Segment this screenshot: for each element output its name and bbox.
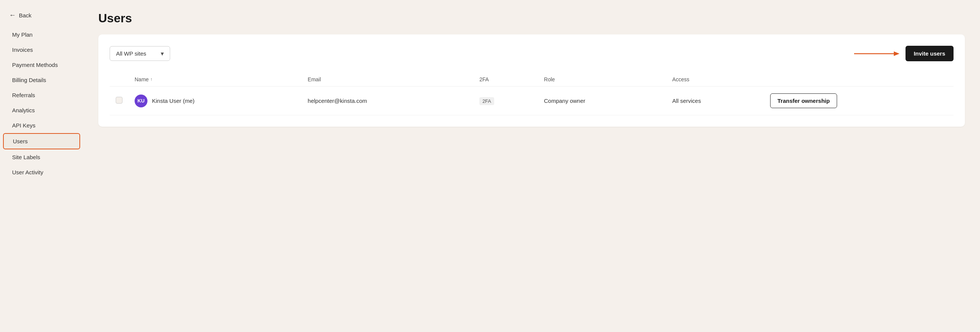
user-name: Kinsta User (me) (152, 98, 195, 104)
row-2fa-cell: 2FA (473, 87, 538, 115)
sidebar-item-my-plan[interactable]: My Plan (3, 27, 80, 42)
row-checkbox-cell (110, 87, 129, 115)
site-filter-select[interactable]: All WP sites (110, 46, 170, 61)
sidebar-item-api-keys[interactable]: API Keys (3, 118, 80, 133)
row-name-cell: KU Kinsta User (me) (129, 87, 302, 115)
svg-marker-1 (894, 51, 899, 56)
invite-users-button[interactable]: Invite users (905, 46, 953, 61)
sidebar-item-billing-details[interactable]: Billing Details (3, 73, 80, 87)
row-email-cell: helpcenter@kinsta.com (302, 87, 473, 115)
th-access: Access (666, 73, 764, 87)
user-access: All services (672, 98, 701, 104)
back-arrow-icon: ← (9, 11, 16, 19)
row-checkbox[interactable] (116, 97, 123, 103)
sidebar: ← Back My PlanInvoicesPayment MethodsBil… (0, 0, 83, 332)
th-checkbox (110, 73, 129, 87)
user-email: helpcenter@kinsta.com (308, 98, 367, 104)
site-filter-wrapper: All WP sites ▼ (110, 46, 170, 61)
th-2fa: 2FA (473, 73, 538, 87)
th-email: Email (302, 73, 473, 87)
sidebar-item-referrals[interactable]: Referrals (3, 88, 80, 102)
table-header-row: Name ↑ Email 2FA Role Access (110, 73, 953, 87)
arrow-indicator (854, 49, 899, 58)
page-title: Users (98, 11, 965, 25)
th-name: Name ↑ (129, 73, 302, 87)
row-action-cell: Transfer ownership (764, 87, 953, 115)
transfer-ownership-button[interactable]: Transfer ownership (770, 94, 837, 108)
row-role-cell: Company owner (538, 87, 666, 115)
sidebar-item-payment-methods[interactable]: Payment Methods (3, 57, 80, 72)
user-role: Company owner (544, 98, 585, 104)
sidebar-item-user-activity[interactable]: User Activity (3, 165, 80, 180)
avatar-initials: KU (138, 98, 145, 103)
toolbar: All WP sites ▼ Invite users (110, 46, 953, 61)
2fa-badge: 2FA (479, 97, 494, 105)
back-label: Back (19, 12, 31, 19)
sort-asc-icon: ↑ (150, 77, 153, 82)
sidebar-item-users[interactable]: Users (3, 133, 80, 149)
sidebar-item-invoices[interactable]: Invoices (3, 42, 80, 57)
users-card: All WP sites ▼ Invite users (98, 34, 965, 127)
main-content: Users All WP sites ▼ (83, 0, 980, 332)
avatar: KU (135, 95, 148, 107)
table-body: KU Kinsta User (me) helpcenter@kinsta.co… (110, 87, 953, 115)
th-role: Role (538, 73, 666, 87)
nav-list: My PlanInvoicesPayment MethodsBilling De… (0, 27, 83, 180)
row-access-cell: All services (666, 87, 764, 115)
sidebar-item-analytics[interactable]: Analytics (3, 103, 80, 118)
sidebar-item-site-labels[interactable]: Site Labels (3, 150, 80, 165)
th-action (764, 73, 953, 87)
back-button[interactable]: ← Back (0, 8, 83, 27)
users-table: Name ↑ Email 2FA Role Access (110, 73, 953, 115)
invite-area: Invite users (854, 46, 953, 61)
table-row: KU Kinsta User (me) helpcenter@kinsta.co… (110, 87, 953, 115)
